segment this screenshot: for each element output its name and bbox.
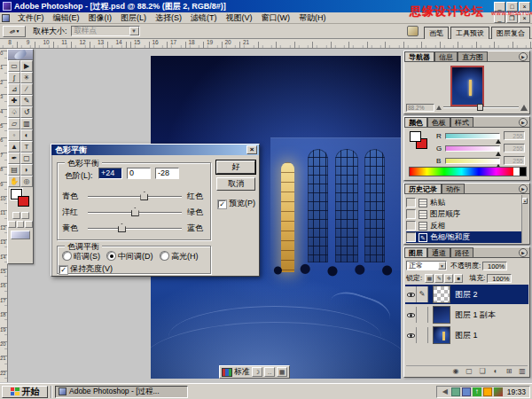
panel-menu-button[interactable]: ▶ [519,52,528,61]
opacity-field[interactable]: 100% [482,262,507,270]
menu-view[interactable]: 视图(V) [222,12,257,23]
history-source-checkbox[interactable] [406,232,416,242]
history-source-checkbox[interactable] [406,221,416,231]
red-slider[interactable] [445,133,500,139]
layer-style-icon[interactable]: ◉ [450,366,461,376]
layer-thumbnail[interactable] [433,306,450,324]
notes-tool[interactable]: ▤ [8,164,20,176]
levels-field-1[interactable]: +24 [98,168,122,179]
input-method-icon[interactable] [451,387,460,396]
pen-tool[interactable]: ✒ [8,153,20,164]
file-browser-icon[interactable] [407,26,419,36]
tab-swatches[interactable]: 色板 [427,117,450,127]
move-tool[interactable]: ▶ [20,60,33,72]
menu-layer[interactable]: 图层(L) [116,12,151,23]
foreground-color-swatch[interactable] [410,131,421,142]
tab-navigator[interactable]: 导航器 [404,51,434,61]
tab-histogram[interactable]: 直方图 [458,51,488,61]
slider-thumb[interactable] [496,152,501,156]
green-slider[interactable] [445,145,500,152]
visibility-toggle[interactable] [405,286,417,302]
dropdown-arrow-icon[interactable]: ▼ [438,262,446,270]
history-item-selected[interactable]: ✎ 色相/饱和度 [406,231,521,243]
current-tool-chip[interactable]: ✎ ▼ [3,26,26,37]
adjustment-layer-icon[interactable]: ◐ [490,366,501,376]
green-value-field[interactable]: 255 [504,144,525,153]
lock-transparency-icon[interactable]: ▦ [425,274,434,283]
history-scrollbar[interactable]: ▲ [521,195,528,243]
minimize-button[interactable]: _ [494,2,505,12]
antivirus-icon[interactable]: ↑ [473,387,481,396]
fill-field[interactable]: 100% [487,274,512,283]
healing-brush-tool[interactable]: ✚ [8,95,20,106]
layer-thumbnail[interactable] [433,286,450,303]
close-button[interactable]: × [519,2,530,12]
eraser-tool[interactable]: ▱ [8,118,20,129]
lock-position-icon[interactable]: ✛ [444,274,453,283]
menu-file[interactable]: 文件(F) [13,12,49,23]
preview-checkbox[interactable]: ✓预览(P) [218,198,255,209]
layer-set-icon[interactable]: ❏ [477,366,488,376]
hand-tool[interactable]: ✋ [8,176,20,187]
blue-slider[interactable] [445,158,500,164]
eyedropper-tool[interactable]: ◗ [20,164,33,176]
slice-tool[interactable]: ∕ [20,83,33,95]
shadows-radio[interactable]: 暗调(S) [63,251,100,262]
brush-tool[interactable]: ✎ [20,95,33,106]
slider-thumb[interactable] [131,207,139,216]
path-select-tool[interactable]: ▲ [8,141,20,153]
color-ramp[interactable] [409,167,527,176]
menu-edit[interactable]: 编辑(E) [49,12,84,23]
history-source-checkbox[interactable] [406,198,416,207]
scroll-up-icon[interactable]: ▲ [522,198,528,204]
visibility-toggle[interactable] [405,307,417,323]
history-source-checkbox[interactable] [406,209,416,219]
new-layer-icon[interactable]: ⊞ [504,366,514,376]
blend-mode-dropdown[interactable]: 正常▼ [406,261,447,270]
standard-screen-button[interactable] [8,221,16,228]
tab-history[interactable]: 历史记录 [404,184,442,193]
well-tab-layer-comps[interactable]: 图层复合 [491,27,530,39]
dodge-tool[interactable]: ◐ [20,129,33,141]
menu-select[interactable]: 选择(S) [151,12,186,23]
dialog-title-bar[interactable]: 色彩平衡 × [51,145,259,155]
quick-mask-mode-button[interactable] [21,212,29,219]
menu-image[interactable]: 图像(I) [84,12,117,23]
zoom-in-icon[interactable] [520,105,528,111]
layer-mask-icon[interactable]: ▢ [464,366,474,376]
layer-name[interactable]: 图层 1 [455,330,478,341]
type-tool[interactable]: T [20,141,33,153]
link-indicator[interactable] [417,307,428,323]
delete-layer-icon[interactable]: ▥ [517,366,528,376]
blur-tool[interactable]: ◦ [8,129,20,141]
levels-field-2[interactable]: 0 [127,168,151,179]
layer-name[interactable]: 图层 1 副本 [455,309,496,321]
layer-row[interactable]: 图层 1 副本 [405,305,528,325]
magenta-green-slider[interactable] [88,212,182,214]
standard-mode-button[interactable] [12,212,20,219]
red-value-field[interactable]: 255 [504,131,525,140]
dialog-close-icon[interactable]: × [246,145,257,154]
link-indicator[interactable] [417,327,428,343]
jump-to-imageready-button[interactable] [11,231,30,239]
dropdown-arrow-icon[interactable]: ▼ [129,27,139,35]
messenger-icon[interactable] [483,387,492,396]
tab-info[interactable]: 信息 [434,51,458,61]
tab-channels[interactable]: 通道 [427,247,450,257]
blue-value-field[interactable]: 255 [504,156,525,165]
navigator-thumbnail[interactable] [450,66,484,106]
zoom-tool[interactable]: ◎ [20,176,33,187]
doc-close-button[interactable]: × [519,13,530,23]
maximize-button[interactable]: □ [506,2,518,12]
magic-wand-tool[interactable]: ✳ [20,72,33,83]
clone-stamp-tool[interactable]: ♤ [8,106,20,118]
doc-minimize-button[interactable]: _ [494,13,505,23]
highlights-radio[interactable]: 高光(H) [160,251,199,262]
shape-tool[interactable]: ▢ [20,153,33,164]
tab-styles[interactable]: 样式 [450,117,473,127]
layer-row[interactable]: ✎ 图层 2 [405,285,528,304]
gradient-tool[interactable]: ▥ [20,118,33,129]
cancel-button[interactable]: 取消 [216,177,255,191]
well-tab-brushes[interactable]: 画笔 [424,27,449,39]
tab-paths[interactable]: 路径 [450,247,473,257]
